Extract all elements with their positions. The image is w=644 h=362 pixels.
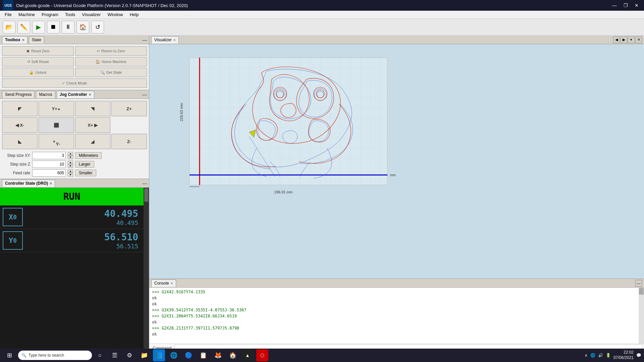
search-bar[interactable]: 🔍 Type here to search [18, 351, 92, 360]
tab-visualizer[interactable]: Visualizer ✕ [151, 36, 179, 44]
menu-file[interactable]: File [1, 11, 15, 18]
reset-zero-button[interactable]: ⏹ Reset Zero [2, 46, 74, 56]
dro-content: RUN X0 40.495 40.495 Y0 56.510 [0, 188, 149, 353]
step-z-input[interactable] [32, 161, 66, 168]
tab-jog-controller[interactable]: Jog Controller ✕ [57, 91, 94, 98]
maximize-button[interactable]: ❐ [621, 2, 631, 9]
taskbar-icons: ○ ☰ ⚙ 📁 📘 🌐 🔵 📋 🦊 🏠 ▲ ⬡ [94, 349, 268, 361]
close-dro-tab[interactable]: ✕ [49, 182, 52, 185]
menu-machine[interactable]: Machine [15, 11, 38, 18]
menu-help[interactable]: Help [126, 11, 142, 18]
step-xy-up[interactable]: ▲ [68, 152, 73, 156]
tray-show-hidden[interactable]: ∧ [585, 353, 588, 358]
vis-back-button[interactable]: ◀ [613, 37, 620, 43]
step-z-up[interactable]: ▲ [68, 161, 73, 164]
task-app4-icon[interactable]: 🏠 [227, 349, 239, 361]
task-explorer-icon[interactable]: 📁 [138, 349, 150, 361]
jog-y-minus-button[interactable]: ▼Y- [39, 134, 74, 149]
get-state-button[interactable]: 🔍 Get State [75, 68, 147, 77]
dro-scrollbar[interactable] [144, 188, 149, 353]
larger-button[interactable]: Larger [75, 161, 94, 168]
stop-button[interactable]: ⏹ [47, 21, 60, 34]
log-line-3: ok [152, 301, 636, 307]
minimize-toolbox[interactable]: — [142, 37, 147, 43]
tray-notification[interactable]: 💬 [636, 353, 641, 358]
jog-x-minus-button[interactable]: ◀ X- [2, 117, 38, 133]
tab-console[interactable]: Console ✕ [151, 280, 176, 287]
task-multitask-button[interactable]: ☰ [109, 349, 121, 361]
minimize-dro[interactable]: — [142, 181, 147, 186]
close-jog-tab[interactable]: ✕ [89, 93, 91, 97]
dro-scroll-thumb [144, 188, 148, 202]
menu-window[interactable]: Window [104, 11, 126, 18]
tab-state[interactable]: State [29, 36, 44, 44]
home-machine-button[interactable]: 🏠 Home Machine [75, 57, 147, 66]
smaller-button[interactable]: Smaller [75, 170, 96, 176]
close-vis-tab[interactable]: ✕ [173, 38, 176, 42]
close-button[interactable]: ✕ [632, 2, 641, 9]
jog-y-plus-button[interactable]: Y+▲ [39, 101, 74, 116]
minimize-jog[interactable]: — [142, 92, 147, 97]
task-view-button[interactable]: ○ [94, 349, 106, 361]
close-toolbox-tab[interactable]: ✕ [22, 38, 24, 42]
dro-header: Controller State (DRO) ✕ — [0, 179, 149, 188]
dro-x-secondary: 40.495 [23, 219, 138, 226]
vis-forward-button[interactable]: ▶ [621, 37, 627, 43]
jog-diag-ul-button[interactable]: ◤ [2, 101, 38, 116]
vis-expand-button[interactable]: ✕ [635, 37, 642, 43]
jog-diag-dl-button[interactable]: ◣ [2, 134, 38, 149]
task-chrome-icon[interactable]: 🌐 [168, 349, 180, 361]
soft-reset-icon: ↺ [27, 60, 30, 64]
minimize-button[interactable]: — [609, 2, 620, 9]
jog-diag-dr-button[interactable]: ◢ [75, 134, 111, 149]
console-area: >>> G1X42.9167Y74.1335 ok ok >>> G3X39.5… [149, 288, 644, 344]
tab-macros[interactable]: Macros [36, 91, 55, 98]
tab-dro[interactable]: Controller State (DRO) ✕ [2, 180, 55, 187]
unit-button[interactable]: Millimeters [75, 152, 102, 159]
task-edge-icon[interactable]: 🔵 [182, 349, 195, 361]
close-console-tab[interactable]: ✕ [170, 282, 173, 285]
check-mode-button[interactable]: ✓ Check Mode [2, 78, 147, 88]
console-scrollbar[interactable] [639, 288, 644, 344]
step-xy-input[interactable] [32, 152, 66, 159]
task-app2-icon[interactable]: 📋 [197, 349, 209, 361]
home-button[interactable]: 🏠 [76, 21, 89, 34]
run-button[interactable]: ▶ [32, 21, 45, 34]
jog-x-plus-button[interactable]: X+ ▶ [75, 117, 111, 133]
feed-rate-input[interactable] [32, 169, 66, 177]
reset-zero-icon: ⏹ [26, 49, 30, 53]
task-app1-icon[interactable]: 📘 [153, 349, 165, 361]
task-app3-icon[interactable]: 🦊 [212, 349, 224, 361]
pause-button[interactable]: ⏸ [62, 21, 74, 34]
task-app5-icon[interactable]: ▲ [241, 349, 254, 361]
unlock-button[interactable]: 🔓 Unlock [2, 68, 74, 77]
dro-y-primary: 56.510 [23, 232, 138, 243]
open-file-button[interactable]: 📂 [3, 21, 15, 34]
clock[interactable]: 22:02 07/06/2021 [613, 350, 634, 360]
jog-center-button[interactable]: ⬛ [39, 117, 74, 133]
step-z-row: Step size Z ▲ ▼ Larger [3, 161, 146, 168]
soft-reset-button[interactable]: ↺ Soft Reset [2, 57, 74, 66]
vis-dropdown-button[interactable]: ▾ [628, 37, 635, 43]
start-button[interactable]: ⊞ [3, 349, 16, 362]
tab-toolbox[interactable]: Toolbox ✕ [2, 36, 28, 44]
console-scroll-thumb [639, 288, 644, 295]
feed-rate-down[interactable]: ▼ [68, 173, 73, 177]
task-settings-icon[interactable]: ⚙ [123, 349, 136, 361]
jog-z-plus-button[interactable]: Z+ [111, 101, 147, 116]
step-z-down[interactable]: ▼ [68, 164, 73, 168]
return-to-zero-button[interactable]: ↩ Return to Zero [75, 46, 147, 56]
tab-send-progress[interactable]: Send Progress [2, 91, 35, 98]
task-app6-icon[interactable]: ⬡ [256, 349, 268, 361]
edit-button[interactable]: ✏️ [17, 21, 30, 34]
reset-button[interactable]: ↺ [91, 21, 104, 34]
menu-program[interactable]: Program [38, 11, 62, 18]
step-xy-down[interactable]: ▼ [68, 156, 73, 159]
jog-z-minus-button[interactable]: Z- [111, 134, 147, 149]
menu-visualizer[interactable]: Visualizer [78, 11, 104, 18]
window-controls: — ❐ ✕ [609, 2, 641, 9]
feed-rate-up[interactable]: ▲ [68, 169, 73, 173]
console-expand-button[interactable]: — [635, 280, 642, 287]
jog-diag-ur-button[interactable]: ◥ [75, 101, 111, 116]
menu-tools[interactable]: Tools [62, 11, 78, 18]
